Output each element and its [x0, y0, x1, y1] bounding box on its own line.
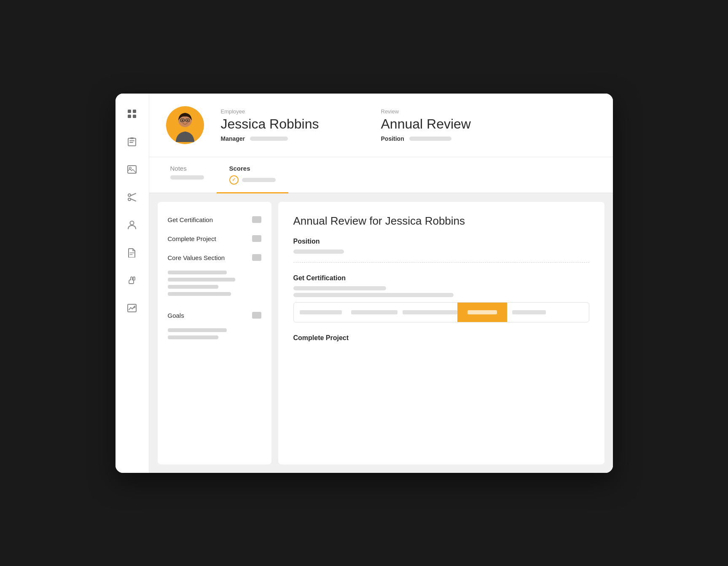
- clipboard-icon[interactable]: [124, 134, 140, 149]
- employee-info: Employee Jessica Robbins Manager: [221, 108, 339, 142]
- sidebar: [116, 94, 149, 473]
- nav-item-goals-icon: [252, 312, 261, 319]
- cert-input-row[interactable]: [293, 302, 589, 322]
- manager-row: Manager: [221, 135, 339, 142]
- person-icon[interactable]: [124, 217, 140, 233]
- review-title: Annual Review: [381, 116, 471, 132]
- nav-item-goals[interactable]: Goals: [158, 306, 271, 325]
- divider-1: [293, 262, 589, 263]
- svg-point-22: [187, 119, 188, 121]
- tab-notes-label: Notes: [170, 165, 187, 172]
- sub-bar-1: [168, 271, 227, 274]
- svg-rect-3: [133, 115, 136, 118]
- input-btn-bar: [467, 310, 497, 314]
- review-info: Review Annual Review Position: [381, 108, 471, 142]
- nav-item-core-values-label: Core Values Section: [168, 254, 225, 261]
- sub-bar-3: [168, 285, 218, 289]
- svg-point-21: [182, 119, 183, 121]
- header: Employee Jessica Robbins Manager Review …: [149, 94, 613, 157]
- cert-placeholder-2: [293, 293, 454, 297]
- nav-item-get-certification-icon: [252, 216, 261, 223]
- body-section: Get Certification Complete Project Core …: [149, 193, 613, 473]
- review-label: Review: [381, 108, 471, 115]
- manager-value-placeholder: [250, 137, 288, 141]
- position-row: Position: [381, 135, 471, 142]
- svg-point-14: [130, 221, 134, 225]
- nav-item-complete-project-icon: [252, 235, 261, 242]
- tab-notes[interactable]: Notes: [158, 157, 217, 193]
- image-icon[interactable]: [124, 162, 140, 177]
- svg-rect-5: [130, 137, 134, 139]
- tabs-bar: Notes Scores ✓: [149, 157, 613, 193]
- nav-item-goals-label: Goals: [168, 312, 184, 319]
- employee-label: Employee: [221, 108, 339, 115]
- manager-label: Manager: [221, 135, 245, 142]
- goals-sub-bar-2: [168, 335, 218, 339]
- complete-project-heading: Complete Project: [293, 334, 589, 342]
- cert-input-button[interactable]: [457, 303, 507, 322]
- sub-bar-4: [168, 292, 231, 296]
- app-container: Employee Jessica Robbins Manager Review …: [116, 94, 613, 473]
- thumbs-icon[interactable]: [124, 273, 140, 288]
- position-placeholder: [293, 249, 344, 254]
- tab-scores-label: Scores: [229, 165, 250, 172]
- document-icon[interactable]: [124, 245, 140, 260]
- nav-item-complete-project[interactable]: Complete Project: [158, 229, 271, 248]
- analytics-icon[interactable]: [124, 301, 140, 316]
- input-seg-2: [351, 310, 398, 314]
- tab-scores-placeholder: [242, 178, 276, 182]
- position-section-heading: Position: [293, 238, 589, 245]
- complete-project-section: Complete Project: [293, 334, 589, 342]
- svg-line-13: [131, 199, 136, 201]
- main-content: Employee Jessica Robbins Manager Review …: [149, 94, 613, 473]
- content-title: Annual Review for Jessica Robbins: [293, 215, 589, 228]
- nav-item-get-certification[interactable]: Get Certification: [158, 210, 271, 229]
- cert-section: Get Certification: [293, 274, 589, 322]
- cert-heading: Get Certification: [293, 274, 589, 282]
- employee-name: Jessica Robbins: [221, 116, 339, 132]
- svg-line-12: [131, 193, 136, 196]
- cert-placeholder-1: [293, 286, 386, 290]
- nav-item-get-certification-label: Get Certification: [168, 216, 213, 223]
- nav-item-core-values-icon: [252, 254, 261, 261]
- input-seg-3: [403, 310, 457, 314]
- avatar-image: [168, 108, 202, 142]
- goals-sub-bar-1: [168, 328, 227, 332]
- position-value-placeholder: [409, 137, 451, 141]
- nav-sub-items-goals: [158, 325, 271, 349]
- tab-notes-sub: [170, 175, 204, 180]
- tab-scores[interactable]: Scores ✓: [217, 157, 288, 193]
- svg-rect-0: [128, 110, 131, 113]
- position-label: Position: [381, 135, 404, 142]
- scissors-icon[interactable]: [124, 190, 140, 205]
- svg-rect-1: [133, 110, 136, 113]
- sub-bar-2: [168, 278, 235, 282]
- nav-sub-items-core: [158, 267, 271, 306]
- content-panel: Annual Review for Jessica Robbins Positi…: [278, 202, 604, 464]
- svg-rect-2: [128, 115, 131, 118]
- nav-item-complete-project-label: Complete Project: [168, 235, 216, 242]
- input-seg-1: [300, 310, 342, 314]
- avatar: [166, 106, 204, 144]
- nav-item-core-values[interactable]: Core Values Section: [158, 248, 271, 267]
- check-icon: ✓: [229, 175, 239, 185]
- tab-scores-sub: ✓: [229, 175, 276, 185]
- grid-icon[interactable]: [124, 106, 140, 121]
- input-after: [512, 310, 546, 314]
- nav-panel: Get Certification Complete Project Core …: [158, 202, 271, 464]
